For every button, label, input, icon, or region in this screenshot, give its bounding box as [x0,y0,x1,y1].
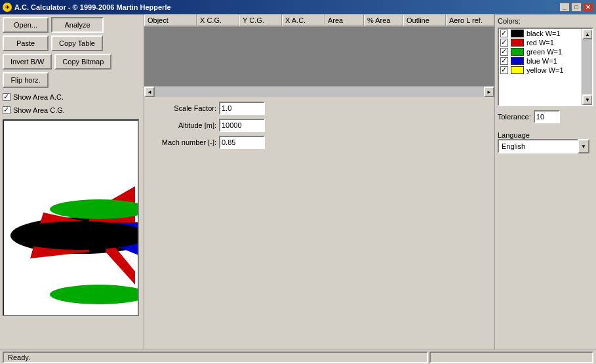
svg-point-5 [50,199,139,219]
close-button[interactable]: ✕ [583,3,593,12]
color-label-black: black W=1 [526,30,561,37]
color-item-blue: blue W=1 [499,56,582,66]
col-object: Object [144,14,197,26]
color-swatch-blue [511,57,524,65]
color-list: black W=1 red W=1 green W=1 blue W=1 [498,28,593,106]
window-title: A.C. Calculator - © 1999-2006 Martin Hep… [14,3,171,11]
color-checkbox-green[interactable] [500,48,508,56]
table-header: Object X C.G. Y C.G. X A.C. Area % Area … [144,14,494,27]
tolerance-input[interactable] [534,110,560,123]
open-button[interactable]: Open... [3,17,49,33]
scroll-track[interactable] [155,87,484,97]
status-text: Ready. [3,352,428,363]
minimize-button[interactable]: _ [559,3,570,12]
col-ycg: Y C.G. [239,14,282,26]
status-bar: Ready. [0,350,596,364]
mach-label: Mach number [-]: [151,138,216,146]
copy-bitmap-button[interactable]: Copy Bitmap [54,54,111,70]
col-pctarea: % Area [364,14,403,26]
color-label-green: green W=1 [526,48,562,56]
copy-table-button[interactable]: Copy Table [51,35,103,51]
col-outline: Outline [403,14,446,26]
image-canvas [3,119,139,316]
controls-panel: Scale Factor: Altitude [m]: Mach number … [144,96,341,350]
color-item-green: green W=1 [499,47,582,56]
color-checkbox-blue[interactable] [500,57,508,65]
language-label: Language [498,131,593,139]
scale-factor-label: Scale Factor: [151,104,216,112]
color-swatch-green [511,48,524,56]
col-xcg: X C.G. [197,14,239,26]
paste-button[interactable]: Paste [3,35,49,51]
color-swatch-black [511,30,524,37]
maximize-button[interactable]: □ [571,3,582,12]
scale-factor-input[interactable] [219,102,265,115]
color-list-scrollbar: ▲ ▼ [582,29,592,105]
tolerance-row: Tolerance: [498,110,593,123]
col-xac: X A.C. [282,14,325,26]
language-select[interactable]: English German French [498,139,589,153]
app-icon: ✈ [3,3,12,12]
show-area-ac-label: Show Area A.C. [13,93,64,101]
color-scroll-up[interactable]: ▲ [582,29,593,39]
col-aerolref: Aero L ref. [446,14,494,26]
invert-bw-button[interactable]: Invert B/W [3,54,52,70]
tolerance-label: Tolerance: [498,113,531,121]
altitude-label: Altitude [m]: [151,121,216,129]
show-area-cg-checkbox[interactable] [3,106,10,114]
color-label-yellow: yellow W=1 [526,66,564,74]
colors-panel: Colors: black W=1 red W=1 green W=1 [494,14,596,350]
table-body [144,27,494,86]
color-label-blue: blue W=1 [526,57,557,65]
color-swatch-yellow [511,66,524,74]
scroll-right-button[interactable]: ► [484,87,494,97]
colors-title: Colors: [498,17,593,25]
scroll-left-button[interactable]: ◄ [144,87,155,97]
color-item-red: red W=1 [499,38,582,47]
color-label-red: red W=1 [526,39,554,47]
color-item-yellow: yellow W=1 [499,66,582,75]
color-checkbox-red[interactable] [500,39,508,47]
language-select-wrapper: English German French ▼ [498,139,589,153]
title-bar: ✈ A.C. Calculator - © 1999-2006 Martin H… [0,0,596,14]
show-area-cg-label: Show Area C.G. [13,106,65,114]
color-item-black: black W=1 [499,29,582,38]
flip-horz-button[interactable]: Flip horz. [3,72,49,88]
language-section: Language English German French ▼ [498,129,593,153]
analyze-button[interactable]: Analyze [51,17,104,33]
altitude-input[interactable] [219,119,265,132]
show-area-ac-checkbox[interactable] [3,93,10,101]
color-swatch-red [511,39,524,47]
color-scroll-track[interactable] [582,39,592,94]
color-checkbox-yellow[interactable] [500,66,508,74]
color-scroll-down[interactable]: ▼ [582,94,593,105]
color-checkbox-black[interactable] [500,30,508,37]
svg-point-6 [50,285,139,304]
status-panel-right [429,352,593,363]
left-panel: Open... Analyze Paste Copy Table Invert … [0,14,144,350]
col-area: Area [325,14,364,26]
table-scrollbar: ◄ ► [144,86,494,96]
mach-input[interactable] [219,136,265,149]
